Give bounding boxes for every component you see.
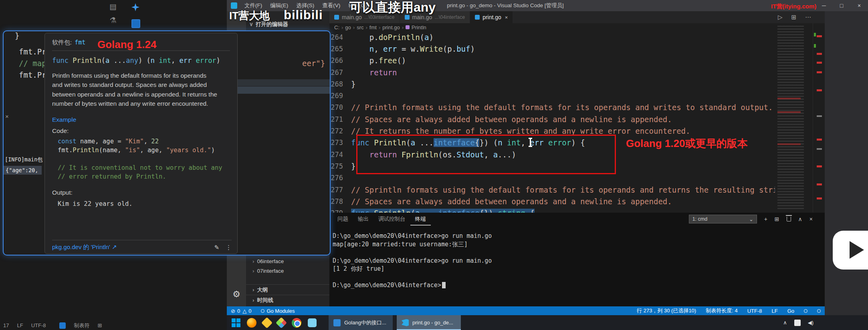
minimize-button[interactable]: ─ bbox=[815, 0, 833, 11]
error-icon: ⊘ bbox=[231, 308, 235, 314]
test-flask-icon[interactable]: ⚗ bbox=[107, 14, 119, 26]
sidebar-section[interactable]: ›大纲 bbox=[246, 284, 329, 295]
code-editor[interactable]: 264 p.doPrintln(a)265 n, err = w.Write(p… bbox=[329, 31, 775, 213]
output-label: Output: bbox=[52, 189, 230, 196]
breadcrumb-item[interactable]: C: bbox=[334, 24, 339, 30]
explorer-icon[interactable]: ▤ bbox=[107, 1, 119, 12]
grid-icon[interactable]: ⊞ bbox=[97, 322, 102, 328]
example-code: const name, age = "Kim", 22fmt.Println(n… bbox=[52, 137, 230, 181]
sync-badge-icon[interactable] bbox=[59, 322, 66, 329]
doc-description: Println formats using the default format… bbox=[52, 71, 217, 108]
desktop-strip bbox=[825, 11, 868, 315]
highlighted-row bbox=[238, 87, 331, 94]
file-icon bbox=[475, 15, 480, 20]
maximize-panel-icon[interactable]: ∧ bbox=[798, 216, 802, 222]
app-icon-multicolor[interactable] bbox=[276, 317, 287, 328]
highlighted-row bbox=[238, 79, 331, 86]
line-indicator[interactable]: 17 bbox=[3, 322, 9, 328]
encoding-indicator[interactable]: UTF-8 bbox=[747, 308, 762, 314]
chrome-icon[interactable] bbox=[292, 318, 301, 328]
tab-size-indicator[interactable]: 制表符长度: 4 bbox=[706, 307, 737, 314]
ime-icon[interactable] bbox=[794, 320, 801, 326]
app-icon-blue[interactable] bbox=[308, 318, 317, 327]
breadcrumb-item[interactable]: src bbox=[357, 24, 363, 30]
close-panel-icon[interactable]: × bbox=[809, 216, 813, 222]
example-link[interactable]: Example bbox=[52, 116, 230, 123]
taskbar-window-button[interactable]: Golang中的接口... bbox=[329, 315, 393, 330]
code-line: 265 n, err = w.Write(p.buf) bbox=[329, 43, 775, 54]
go-modules-indicator[interactable]: Go Modules bbox=[261, 308, 295, 314]
code-line: 268} bbox=[329, 78, 775, 90]
warning-icon: △ bbox=[242, 308, 246, 314]
tray-chevron-icon[interactable]: ∧ bbox=[783, 320, 787, 326]
file-icon bbox=[334, 15, 339, 20]
log-line-selected: {"age":20, bbox=[4, 166, 42, 175]
breadcrumb-item[interactable]: fmt bbox=[369, 24, 377, 30]
encoding-indicator[interactable]: UTF-8 bbox=[31, 322, 46, 328]
app-icon-yellow[interactable] bbox=[261, 317, 273, 328]
breadcrumb: C:›go›src›fmt›print.go›Println bbox=[329, 23, 775, 31]
symbol-method-icon bbox=[406, 25, 410, 29]
pkg-go-dev-link[interactable]: pkg.go.dev 的 'Println' ↗ bbox=[52, 243, 117, 251]
warnings-indicator[interactable]: △0 bbox=[242, 308, 251, 314]
kill-terminal-icon[interactable] bbox=[787, 217, 791, 221]
panel-tab[interactable]: 调试控制台 bbox=[373, 213, 410, 225]
language-indicator[interactable]: Go bbox=[787, 308, 794, 314]
breadcrumb-item[interactable]: Println bbox=[412, 24, 426, 30]
code-line: 278// Spaces are always added between op… bbox=[329, 195, 775, 207]
package-label: 软件包: bbox=[52, 39, 72, 46]
bilibili-logo: bilibili bbox=[284, 8, 323, 22]
package-name[interactable]: fmt bbox=[75, 39, 85, 46]
site-watermark: IT营(itying.com) bbox=[771, 3, 816, 10]
browser-icon bbox=[333, 319, 341, 326]
more-actions-icon[interactable]: ⋮ bbox=[226, 244, 232, 251]
more-actions-icon[interactable]: ⋯ bbox=[805, 14, 811, 21]
editor-scrollbar[interactable] bbox=[813, 23, 825, 213]
terminal-panel: 问题输出调试控制台终端 1: cmd ⌄ + ⊞ ∧ × D:\go_demo\… bbox=[329, 213, 825, 306]
errors-indicator[interactable]: ⊘0 bbox=[231, 308, 240, 314]
new-terminal-icon[interactable]: + bbox=[764, 216, 767, 222]
shell-selector[interactable]: 1: cmd ⌄ bbox=[689, 215, 757, 223]
firefox-icon[interactable] bbox=[247, 318, 256, 328]
editor-tab[interactable]: print.go× bbox=[470, 11, 513, 23]
minimap[interactable] bbox=[775, 23, 813, 213]
run-button[interactable]: ▷ bbox=[778, 14, 783, 21]
code-fragment: } bbox=[15, 31, 19, 40]
code-fragment: eer"} bbox=[302, 59, 325, 68]
panel-tab[interactable]: 输出 bbox=[353, 213, 373, 225]
start-button[interactable] bbox=[232, 318, 240, 327]
close-icon[interactable]: × bbox=[5, 113, 9, 120]
panel-tab[interactable]: 终端 bbox=[410, 213, 431, 225]
close-tab-icon[interactable]: × bbox=[505, 14, 508, 20]
gear-icon[interactable]: ⚙ bbox=[227, 289, 246, 300]
screen: ▤ ⚗ 17 LF UTF-8 制表符 ⊞ } fmt.Pri // map[ … bbox=[0, 0, 868, 330]
feedback-icon[interactable] bbox=[804, 309, 807, 313]
cursor-position[interactable]: 行 273，列 30 (已选择10) bbox=[637, 307, 696, 314]
edit-icon[interactable]: ✎ bbox=[214, 244, 219, 251]
function-signature: func Println(a ...any) (n int, err error… bbox=[52, 56, 230, 64]
code-line: 267 return bbox=[329, 66, 775, 78]
breadcrumb-item[interactable]: go bbox=[345, 24, 351, 30]
panel-tab[interactable]: 问题 bbox=[333, 213, 353, 225]
bell-icon[interactable] bbox=[817, 309, 821, 313]
eol-indicator[interactable]: LF bbox=[771, 308, 777, 314]
hover-tooltip: 软件包: fmt func Println(a ...any) (n int, … bbox=[44, 33, 238, 254]
tab-indicator[interactable]: 制表符 bbox=[74, 322, 89, 329]
folder-item[interactable]: ›06interface bbox=[246, 256, 329, 266]
code-line: 266 p.free() bbox=[329, 55, 775, 66]
volume-icon[interactable]: ◀) bbox=[808, 320, 813, 326]
breadcrumb-item[interactable]: print.go bbox=[382, 24, 400, 30]
maximize-button[interactable]: □ bbox=[833, 0, 850, 11]
eol-indicator[interactable]: LF bbox=[17, 322, 23, 328]
sidebar-section[interactable]: ›时间线 bbox=[246, 295, 329, 305]
brand-watermark: IT营大地 bbox=[229, 9, 270, 23]
close-button[interactable]: × bbox=[850, 0, 868, 11]
taskbar-window-button[interactable]: print.go - go_de... bbox=[397, 315, 461, 330]
split-terminal-icon[interactable]: ⊞ bbox=[775, 216, 779, 222]
terminal-output[interactable]: D:\go_demo\demo20\04interface>go run mai… bbox=[333, 232, 822, 306]
video-play-button[interactable] bbox=[833, 231, 868, 270]
folder-item[interactable]: ›07interface bbox=[246, 266, 329, 276]
split-editor-icon[interactable]: ⊞ bbox=[791, 14, 796, 21]
chevron-down-icon: ⌄ bbox=[749, 216, 753, 222]
vscode-icon bbox=[402, 319, 409, 326]
